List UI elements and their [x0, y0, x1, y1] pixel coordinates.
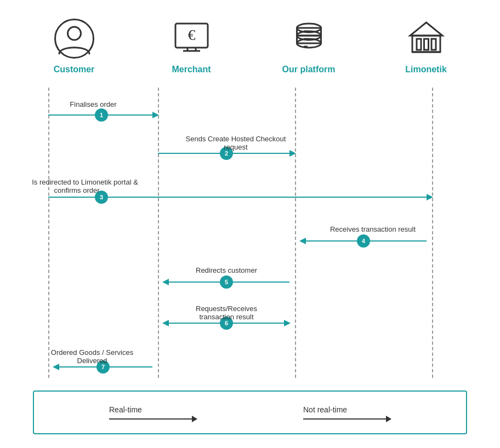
legend-not-realtime-arrow [303, 418, 391, 420]
lifeline-merchant [158, 88, 159, 378]
legend-realtime-arrow [109, 418, 197, 420]
platform-icon [287, 16, 331, 60]
legend-realtime: Real-time [109, 405, 197, 420]
lifeline-platform [295, 88, 296, 378]
customer-label: Customer [54, 65, 95, 74]
legend-not-realtime-label: Not real-time [303, 405, 347, 414]
platform-label: Our platform [282, 65, 336, 74]
svg-rect-19 [431, 39, 436, 50]
svg-marker-16 [410, 22, 442, 36]
merchant-icon: € [169, 16, 213, 60]
legend-box: Real-time Not real-time [33, 390, 467, 434]
lifelines [0, 88, 500, 378]
limonetik-icon [404, 16, 448, 60]
svg-point-0 [55, 19, 93, 58]
actor-platform: Our platform [276, 16, 342, 74]
actor-customer: Customer [41, 16, 107, 74]
svg-point-1 [67, 27, 81, 40]
svg-rect-17 [417, 39, 421, 50]
limonetik-label: Limonetik [405, 65, 447, 74]
svg-rect-18 [424, 39, 428, 50]
diagram-container: Customer € Merchant [0, 0, 500, 448]
actors-row: Customer € Merchant [0, 0, 500, 80]
actor-merchant: € Merchant [158, 16, 224, 74]
legend-realtime-label: Real-time [109, 405, 142, 414]
lifeline-limonetik [432, 88, 433, 378]
actor-limonetik: Limonetik [393, 16, 459, 74]
svg-text:€: € [188, 26, 195, 43]
merchant-label: Merchant [172, 65, 211, 74]
customer-icon [52, 16, 96, 60]
legend-not-realtime: Not real-time [303, 405, 391, 420]
lifeline-customer [48, 88, 49, 378]
